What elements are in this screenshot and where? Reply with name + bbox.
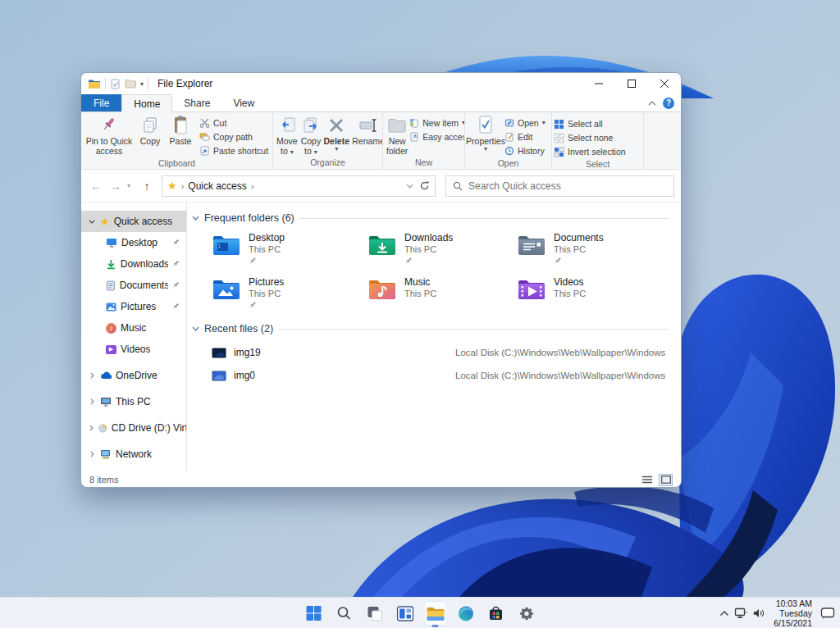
minimize-button[interactable] (582, 73, 615, 94)
minimize-ribbon-icon[interactable] (648, 101, 656, 106)
new-item-button[interactable]: New item▾ (409, 116, 465, 130)
recent-files-header[interactable]: Recent files (2) (192, 323, 681, 334)
paste-button[interactable]: Paste (165, 114, 196, 147)
close-button[interactable] (648, 73, 681, 94)
collapse-chevron-icon[interactable] (192, 216, 199, 221)
maximize-button[interactable] (615, 73, 648, 94)
folder-tile-desktop[interactable]: DesktopThis PC (212, 232, 368, 272)
edge-button[interactable] (454, 601, 477, 626)
back-button[interactable]: ← (88, 180, 104, 193)
forward-button[interactable]: → (107, 180, 124, 193)
properties-button[interactable]: Properties▾ (467, 114, 504, 153)
folder-tile-documents[interactable]: DocumentsThis PC (517, 232, 660, 272)
windows-logo-icon (305, 604, 323, 622)
frequent-folders-header[interactable]: Frequent folders (6) (192, 212, 681, 224)
new-folder-button[interactable]: New folder (385, 114, 409, 157)
select-none-button[interactable]: Select none (554, 131, 626, 144)
collapse-chevron-icon[interactable] (192, 326, 199, 331)
search-placeholder: Search Quick access (468, 180, 561, 192)
sidebar-item-videos[interactable]: ▶ Videos (81, 339, 186, 360)
quick-access-toolbar: ▾ File Explorer (88, 78, 212, 89)
file-explorer-window: ▾ File Explorer File Home Share View ? (80, 72, 682, 488)
rename-button[interactable]: Rename (350, 114, 383, 147)
delete-button[interactable]: Delete▾ (322, 114, 350, 153)
select-all-button[interactable]: Select all (554, 117, 626, 130)
search-icon (453, 181, 463, 191)
recent-file-row[interactable]: img0 Local Disk (C:)\Windows\Web\Wallpap… (212, 364, 681, 387)
pin-to-quick-access-button[interactable]: Pin to Quick access (83, 114, 135, 157)
volume-tray-icon[interactable] (752, 608, 765, 619)
invert-selection-button[interactable]: Invert selection (554, 145, 626, 158)
sidebar-item-onedrive[interactable]: OneDrive (81, 365, 186, 386)
cd-drive-icon (98, 423, 107, 434)
tab-home[interactable]: Home (121, 94, 172, 112)
breadcrumb-location[interactable]: Quick access (188, 180, 246, 192)
copy-button[interactable]: Copy (135, 114, 165, 147)
qat-properties-icon[interactable] (110, 79, 121, 89)
recent-file-row[interactable]: img19 Local Disk (C:)\Windows\Web\Wallpa… (212, 341, 681, 364)
start-button[interactable] (303, 601, 326, 626)
address-bar[interactable]: ★ › Quick access › (162, 175, 436, 197)
chevron-right-icon[interactable] (90, 398, 94, 405)
copy-icon (142, 116, 158, 134)
pictures-icon (106, 303, 116, 312)
notifications-chat-icon[interactable] (820, 607, 835, 620)
pin-icon (172, 239, 180, 246)
chevron-right-icon[interactable] (89, 425, 94, 431)
edit-button[interactable]: Edit (504, 130, 546, 143)
task-view-button[interactable] (363, 601, 386, 626)
details-view-button[interactable] (640, 474, 654, 486)
folder-tile-downloads[interactable]: DownloadsThis PC (368, 232, 517, 272)
tab-share[interactable]: Share (172, 94, 221, 111)
recent-locations-caret-icon[interactable]: ▾ (127, 182, 135, 189)
sidebar-item-pictures[interactable]: Pictures (81, 296, 186, 317)
downloads-icon (106, 259, 116, 270)
file-explorer-button[interactable] (424, 601, 447, 626)
search-button[interactable] (333, 601, 356, 626)
chevron-right-icon[interactable] (90, 372, 94, 379)
folder-tile-pictures[interactable]: PicturesThis PC (212, 276, 368, 316)
refresh-icon[interactable] (419, 180, 430, 191)
sidebar-item-downloads[interactable]: Downloads (81, 253, 186, 275)
sidebar-item-this-pc[interactable]: This PC (81, 391, 186, 412)
open-button[interactable]: Open▾ (504, 116, 546, 130)
search-box[interactable]: Search Quick access (445, 175, 674, 197)
copy-to-button[interactable]: Copy to ▾ (299, 114, 323, 157)
chevron-down-icon[interactable] (89, 220, 95, 224)
network-tray-icon[interactable] (734, 608, 747, 619)
up-button[interactable]: ↑ (139, 180, 155, 193)
folder-tile-music[interactable]: MusicThis PC (368, 276, 517, 316)
clock[interactable]: 10:03 AM Tuesday 6/15/2021 (770, 598, 815, 628)
divider (278, 329, 669, 330)
qat-new-folder-icon[interactable] (125, 79, 136, 89)
tray-chevron-up-icon[interactable] (719, 610, 729, 617)
settings-button[interactable] (515, 601, 538, 626)
chevron-right-icon[interactable] (90, 451, 94, 457)
pin-icon (249, 257, 257, 265)
help-icon[interactable]: ? (663, 98, 674, 109)
tab-view[interactable]: View (221, 94, 266, 111)
sidebar-item-desktop[interactable]: Desktop (81, 232, 186, 253)
move-to-button[interactable]: Move to ▾ (275, 114, 299, 157)
easy-access-button[interactable]: Easy access▾ (409, 130, 465, 143)
cut-button[interactable]: Cut (199, 116, 268, 130)
thumbnail-view-button[interactable] (659, 474, 673, 486)
sidebar-item-documents[interactable]: Documents (81, 275, 186, 296)
divider (299, 218, 669, 219)
sidebar-item-network[interactable]: Network (81, 444, 186, 465)
history-button[interactable]: History (504, 144, 546, 157)
store-button[interactable] (485, 601, 508, 626)
tab-file[interactable]: File (81, 94, 121, 111)
address-dropdown-icon[interactable] (406, 184, 413, 189)
sidebar-item-cd-drive[interactable]: CD Drive (D:) Virtuall (81, 417, 186, 439)
copy-path-button[interactable]: Copy path (199, 130, 268, 143)
sidebar-item-music[interactable]: ♪ Music (81, 317, 186, 339)
paste-shortcut-button[interactable]: Paste shortcut (199, 144, 268, 157)
clock-day: Tuesday (774, 608, 812, 618)
sidebar-item-quick-access[interactable]: ★ Quick access (81, 211, 186, 232)
qat-customize-caret-icon[interactable]: ▾ (140, 80, 144, 88)
folder-tile-videos[interactable]: VideosThis PC (517, 276, 660, 316)
breadcrumb-chevron-icon[interactable]: › (251, 181, 254, 191)
widgets-button[interactable] (394, 601, 417, 626)
breadcrumb-chevron-icon[interactable]: › (181, 181, 185, 191)
